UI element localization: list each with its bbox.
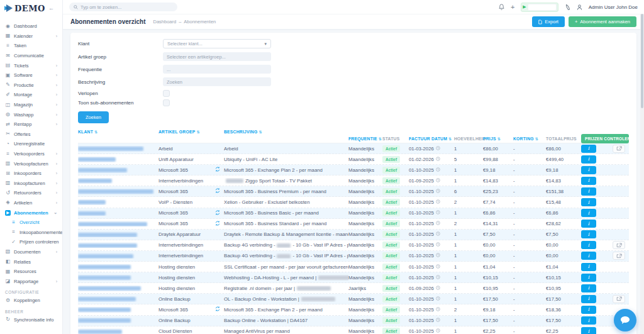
chat-bubble-button[interactable] [614,309,636,331]
sidebar-item-dashboard[interactable]: ◉Dashboard [0,21,62,31]
info-button[interactable]: i [581,241,596,249]
sidebar-item-rapportage[interactable]: ◪Rapportage› [0,276,62,286]
sidebar-collapse-icon[interactable]: ← [48,5,54,11]
prijzen-controleren-button[interactable]: PRIJZEN CONTROLEREN [581,134,629,143]
info-button[interactable]: i [581,252,596,260]
info-button[interactable]: i [581,230,596,238]
sidebar-item-inkooporders[interactable]: ⊞Inkooporders› [0,169,62,179]
info-button[interactable]: i [581,187,596,196]
phone-icon[interactable] [565,4,570,10]
sidebar-item-inkoopabonnementen[interactable]: ≡Inkoopabonnementen [0,227,62,237]
column-header-prijs[interactable]: PRIJS⇅ [483,136,513,141]
info-button[interactable]: i [581,284,596,292]
info-button[interactable]: i [581,198,596,206]
external-link-button[interactable] [613,145,625,153]
info-button[interactable]: i [581,316,596,325]
klant-select[interactable]: Selecteer klant... ▾ [163,39,271,48]
sidebar-item-software[interactable]: ▣Software› [0,70,62,81]
klant-cell[interactable] [78,167,158,173]
klant-blurred-name[interactable] [78,200,106,204]
sidebar-item-artikelen[interactable]: ◈Artikelen› [0,198,62,208]
klant-cell[interactable] [78,189,158,194]
klant-blurred-name[interactable] [78,265,131,269]
sidebar-item-abonnementen[interactable]: ▶Abonnementen⌄ [0,208,62,218]
sidebar-item-magazijn[interactable]: ◫Magazijn› [0,100,62,110]
info-button[interactable]: i [581,209,596,217]
sidebar-item-overzicht[interactable]: ≡Overzicht [0,218,62,228]
sidebar-item-resources[interactable]: ▦Resources [0,267,62,277]
verlopen-checkbox[interactable] [163,90,170,97]
info-button[interactable]: i [581,274,596,282]
klant-blurred-name[interactable] [78,318,131,323]
sidebar-item-retourorders[interactable]: ↺Retourorders› [0,188,62,198]
klant-blurred-name[interactable] [78,254,133,259]
klant-blurred-name[interactable] [78,308,131,312]
klant-cell[interactable] [78,264,158,270]
klant-cell[interactable] [78,307,158,313]
frequentie-input[interactable] [163,65,271,74]
klant-blurred-name[interactable] [78,211,106,216]
sidebar-item-synchronisatie-info[interactable]: ↻Synchronisatie info [0,315,62,325]
info-button[interactable]: i [581,306,596,314]
toon-sub-checkbox[interactable] [163,99,170,106]
klant-cell[interactable] [78,210,158,216]
klant-blurred-name[interactable] [78,330,122,334]
klant-cell[interactable] [78,275,158,281]
expand-icon[interactable]: + [511,4,514,10]
klant-cell[interactable] [78,146,158,152]
notifications-icon[interactable] [499,4,504,10]
column-header-artikel-groep[interactable]: ARTIKEL GROEP⇅ [158,130,215,134]
info-button[interactable]: i [581,327,596,334]
beschrijving-input[interactable] [163,77,271,86]
sidebar-item-koppelingen[interactable]: ⚙Koppelingen [0,296,62,306]
sidebar-item-rentapp[interactable]: ⇄Rentapp› [0,120,62,130]
sidebar-item-urenregistratie[interactable]: ◔Urenregistratie [0,139,62,149]
info-button[interactable]: i [581,166,596,174]
klant-blurred-name[interactable] [78,276,131,280]
klant-cell[interactable] [78,318,158,323]
klant-cell[interactable] [78,296,158,302]
klant-cell[interactable] [78,221,158,226]
external-link-button[interactable] [613,252,625,260]
sidebar-item-taken[interactable]: ≡Taken [0,41,62,51]
sidebar-item-verkoopfacturen[interactable]: ▥Verkoopfacturen› [0,159,62,169]
klant-blurred-name[interactable] [78,147,143,151]
klant-cell[interactable] [78,199,158,205]
klant-blurred-name[interactable] [78,189,153,194]
klant-blurred-name[interactable] [78,222,147,226]
column-header-klant[interactable]: KLANT⇅ [78,130,158,134]
klant-cell[interactable] [78,178,158,184]
info-button[interactable]: i [581,295,596,303]
sidebar-item-tickets[interactable]: ▤Tickets› [0,60,62,70]
user-name[interactable]: Admin User John Doe [589,4,638,10]
sidebar-item-communicatie[interactable]: ✉Communicatie [0,51,62,61]
sidebar-item-kalender[interactable]: ▦Kalender› [0,31,62,42]
column-header-korting[interactable]: KORTING⇅ [513,136,546,141]
sidebar-item-washapp[interactable]: ◍Washapp› [0,109,62,120]
info-button[interactable]: i [581,263,596,271]
klant-cell[interactable] [78,231,158,237]
column-header-frequentie[interactable]: FREQUENTIE⇅ [348,136,382,141]
klant-blurred-name[interactable] [78,179,112,183]
sidebar-item-verkooporders[interactable]: ≡Verkooporders› [0,149,62,159]
klant-blurred-name[interactable] [78,243,137,248]
breadcrumb-dashboard[interactable]: Dashboard [153,19,176,25]
klant-blurred-name[interactable] [78,286,141,291]
create-subscription-button[interactable]: + Abonnement aanmaken [569,16,636,27]
external-link-button[interactable] [613,241,625,249]
column-header-factuur-datum[interactable]: FACTUUR DATUM⇅ [409,136,454,141]
klant-blurred-name[interactable] [78,168,127,172]
global-search[interactable]: Typ om te zoeken... [69,3,177,11]
info-button[interactable]: i [581,155,596,164]
play-icon[interactable]: ▶ [523,4,526,9]
info-button[interactable]: i [581,177,596,185]
page-scrollbar[interactable] [640,14,644,334]
klant-blurred-name[interactable] [78,233,137,237]
sidebar-item-relaties[interactable]: ◧Relaties [0,257,62,267]
artikelgroep-input[interactable] [163,52,271,61]
klant-cell[interactable] [78,328,158,334]
external-link-button[interactable] [613,295,625,303]
klant-cell[interactable] [78,286,158,291]
klant-blurred-name[interactable] [78,157,116,162]
klant-cell[interactable] [78,253,158,259]
